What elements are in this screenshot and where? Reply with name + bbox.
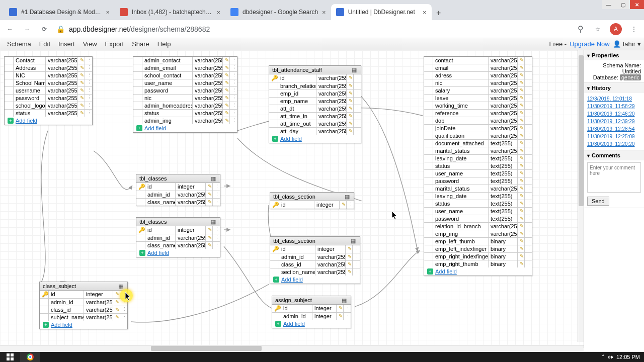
- drag-icon[interactable]: ⋮: [230, 102, 237, 109]
- profile-avatar[interactable]: A: [610, 23, 622, 35]
- table-header[interactable]: assign_subject▦: [272, 296, 351, 305]
- edit-icon[interactable]: ✎: [518, 110, 525, 117]
- edit-icon[interactable]: ✎: [337, 305, 344, 312]
- minimize-button[interactable]: —: [602, 0, 616, 9]
- edit-icon[interactable]: ✎: [346, 253, 353, 260]
- field-row[interactable]: emp_id varchar(255) ✎ ⋮: [269, 90, 361, 98]
- history-link[interactable]: 11/30/2019, 12:20:20: [587, 140, 641, 148]
- add-field-link[interactable]: Add field: [144, 125, 166, 131]
- drag-icon[interactable]: ⋮: [230, 117, 237, 124]
- db-table[interactable]: tbl_class_section▦ 🔑 id integer ✎ ⋮: [270, 192, 354, 209]
- drag-icon[interactable]: ⋮: [354, 90, 361, 97]
- field-row[interactable]: emp_left_thumb binary ✎ ⋮: [424, 238, 532, 245]
- new-tab-button[interactable]: +: [432, 6, 446, 20]
- drag-icon[interactable]: ⋮: [525, 253, 532, 260]
- add-field-link[interactable]: Add field: [283, 321, 305, 327]
- comment-input[interactable]: [587, 162, 641, 193]
- field-row[interactable]: dob varchar(255) ✎ ⋮: [424, 117, 532, 125]
- add-field-link[interactable]: Add field: [435, 268, 457, 275]
- drag-icon[interactable]: ⋮: [525, 170, 532, 177]
- field-row[interactable]: Contact varchar(255) ✎ ⋮: [5, 57, 92, 64]
- field-row[interactable]: school_contact varchar(255) ✎ ⋮: [133, 72, 237, 79]
- table-header[interactable]: tbl_classes▦: [136, 218, 220, 226]
- field-row[interactable]: user_name varchar(255) ✎ ⋮: [133, 79, 237, 87]
- drag-icon[interactable]: ⋮: [230, 110, 237, 117]
- edit-icon[interactable]: ✎: [78, 57, 85, 64]
- add-field-row[interactable]: +Add field: [272, 320, 351, 328]
- db-table[interactable]: tbl_classes▦ 🔑 id integer ✎ ⋮ admin_id v…: [136, 217, 220, 257]
- tray-icon[interactable]: 🕪: [608, 354, 613, 360]
- edit-icon[interactable]: ✎: [206, 242, 213, 249]
- add-field-row[interactable]: +Add field: [424, 267, 532, 276]
- field-row[interactable]: status text(255) ✎ ⋮: [424, 162, 532, 170]
- edit-icon[interactable]: ✎: [347, 128, 354, 135]
- field-row[interactable]: class_id varchar(255) ✎ ⋮: [270, 261, 360, 268]
- drag-icon[interactable]: ⋮: [85, 102, 92, 109]
- drag-icon[interactable]: ⋮: [525, 162, 532, 169]
- drag-icon[interactable]: ⋮: [213, 191, 220, 198]
- drag-icon[interactable]: ⋮: [525, 110, 532, 117]
- edit-icon[interactable]: ✎: [347, 90, 354, 97]
- db-table[interactable]: class_subject▦ 🔑 id integer ✎ ⋮ admin_id…: [39, 282, 128, 329]
- drag-icon[interactable]: ⋮: [344, 313, 351, 320]
- add-field-link[interactable]: Add field: [281, 277, 303, 283]
- field-row[interactable]: 🔑 id integer ✎ ⋮: [270, 201, 354, 209]
- drag-icon[interactable]: ⋮: [525, 140, 532, 147]
- scroll-thumb[interactable]: [151, 346, 262, 351]
- horizontal-scrollbar[interactable]: [0, 345, 584, 351]
- edit-icon[interactable]: ✎: [518, 147, 525, 154]
- edit-icon[interactable]: ✎: [347, 74, 354, 82]
- forward-button[interactable]: →: [22, 24, 32, 34]
- menu-icon[interactable]: ⋮: [629, 24, 639, 34]
- table-header[interactable]: tbl_class_section▦: [270, 193, 354, 201]
- drag-icon[interactable]: ⋮: [120, 314, 127, 321]
- edit-icon[interactable]: ✎: [518, 79, 525, 86]
- field-row[interactable]: 🔑 id integer ✎ ⋮: [136, 183, 220, 191]
- edit-icon[interactable]: ✎: [518, 185, 525, 192]
- drag-icon[interactable]: ⋮: [525, 245, 532, 252]
- browser-tab[interactable]: Inbox (1,482) - batchaptech@gm×: [115, 4, 225, 20]
- menu-insert[interactable]: Insert: [54, 40, 79, 48]
- drag-icon[interactable]: ⋮: [525, 87, 532, 94]
- field-row[interactable]: leave varchar(255) ✎ ⋮: [424, 95, 532, 102]
- field-row[interactable]: password text(255) ✎ ⋮: [424, 177, 532, 185]
- add-field-row[interactable]: +Add field: [5, 117, 92, 125]
- table-header[interactable]: class_subject▦: [40, 282, 127, 291]
- edit-icon[interactable]: ✎: [223, 64, 230, 71]
- field-row[interactable]: 🔑 id integer ✎ ⋮: [136, 226, 220, 234]
- history-header[interactable]: ▾History: [584, 83, 644, 93]
- edit-icon[interactable]: ✎: [347, 82, 354, 89]
- field-row[interactable]: nic varchar(255) ✎ ⋮: [424, 79, 532, 87]
- field-row[interactable]: emp_img varchar(255) ✎ ⋮: [424, 230, 532, 238]
- field-row[interactable]: class_name varchar(255) ✎ ⋮: [136, 242, 220, 249]
- edit-icon[interactable]: ✎: [223, 110, 230, 117]
- field-row[interactable]: username varchar(255) ✎ ⋮: [5, 87, 92, 95]
- field-row[interactable]: password varchar(255) ✎ ⋮: [133, 87, 237, 95]
- drag-icon[interactable]: ⋮: [354, 113, 361, 120]
- drag-icon[interactable]: ⋮: [354, 98, 361, 105]
- db-table[interactable]: tbl_attendance_staff▦ 🔑 id varchar(255) …: [269, 65, 361, 143]
- close-tab-icon[interactable]: ×: [423, 9, 427, 16]
- edit-icon[interactable]: ✎: [518, 238, 525, 245]
- send-button[interactable]: Send: [587, 197, 609, 206]
- drag-icon[interactable]: ⋮: [525, 147, 532, 154]
- edit-icon[interactable]: ✎: [518, 132, 525, 139]
- edit-icon[interactable]: ✎: [518, 260, 525, 267]
- drag-icon[interactable]: ⋮: [525, 64, 532, 71]
- edit-icon[interactable]: ✎: [206, 226, 213, 234]
- add-field-link[interactable]: Add field: [280, 136, 302, 142]
- add-field-row[interactable]: +Add field: [133, 124, 237, 132]
- drag-icon[interactable]: ⋮: [120, 306, 127, 313]
- table-options-icon[interactable]: ▦: [118, 283, 124, 289]
- edit-icon[interactable]: ✎: [346, 245, 353, 253]
- edit-icon[interactable]: ✎: [113, 299, 120, 306]
- drag-icon[interactable]: ⋮: [120, 299, 127, 306]
- field-row[interactable]: email varchar(255) ✎ ⋮: [424, 64, 532, 72]
- edit-icon[interactable]: ✎: [518, 193, 525, 200]
- edit-icon[interactable]: ✎: [337, 313, 344, 320]
- field-row[interactable]: att_day varchar(255) ✎ ⋮: [269, 128, 361, 135]
- edit-icon[interactable]: ✎: [518, 177, 525, 185]
- field-row[interactable]: admin_contact varchar(255) ✎ ⋮: [133, 57, 237, 64]
- edit-icon[interactable]: ✎: [518, 64, 525, 71]
- edit-icon[interactable]: ✎: [518, 72, 525, 79]
